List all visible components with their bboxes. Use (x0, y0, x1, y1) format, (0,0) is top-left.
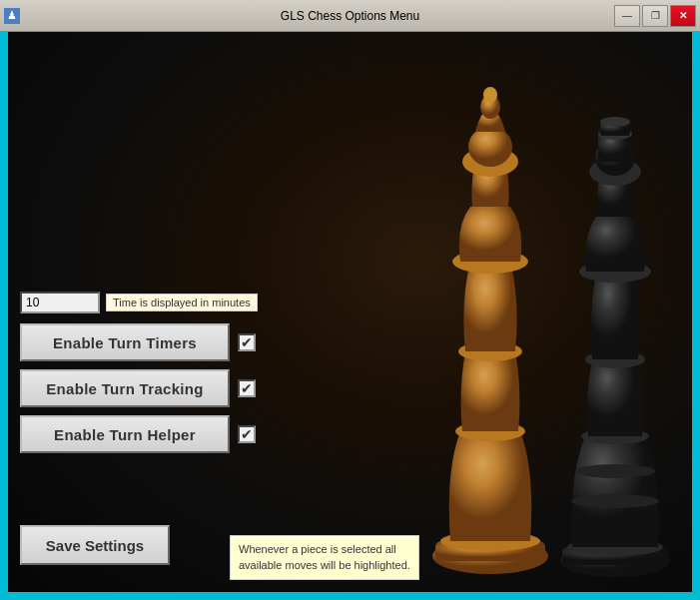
svg-point-7 (468, 127, 512, 167)
border-left (0, 32, 8, 600)
helper-checkbox[interactable]: ✔ (238, 425, 256, 443)
close-button[interactable]: ✕ (670, 5, 696, 27)
window-title: GLS Chess Options Menu (281, 9, 419, 23)
timer-row: Time is displayed in minutes (20, 292, 290, 313)
timers-checkbox[interactable]: ✔ (238, 333, 256, 351)
enable-tracking-button[interactable]: Enable Turn Tracking (20, 369, 230, 407)
timers-check-mark: ✔ (241, 335, 253, 349)
tracking-check-mark: ✔ (241, 381, 253, 395)
svg-point-13 (571, 494, 659, 508)
border-bottom (0, 592, 700, 600)
timer-hint-label: Time is displayed in minutes (106, 294, 258, 311)
minimize-button[interactable]: — (614, 5, 640, 27)
app-icon: ♟ (4, 8, 20, 24)
enable-helper-button[interactable]: Enable Turn Helper (20, 415, 230, 453)
svg-point-14 (575, 464, 655, 478)
restore-button[interactable]: ❐ (642, 5, 668, 27)
svg-point-9 (483, 87, 497, 103)
main-content: Time is displayed in minutes Enable Turn… (0, 32, 700, 600)
title-bar-left: ♟ (4, 8, 20, 24)
enable-timers-button[interactable]: Enable Turn Timers (20, 323, 230, 361)
chess-piece-dark (550, 62, 680, 581)
tracking-checkbox[interactable]: ✔ (238, 379, 256, 397)
controls-panel: Time is displayed in minutes Enable Turn… (20, 292, 290, 455)
chess-piece-light (420, 52, 560, 581)
tracking-row: Enable Turn Tracking ✔ (20, 369, 290, 407)
helper-row: Enable Turn Helper ✔ (20, 415, 290, 453)
title-bar-buttons: — ❐ ✕ (614, 5, 696, 27)
timers-row: Enable Turn Timers ✔ (20, 323, 290, 361)
helper-tooltip-text: Whenever a piece is selected all availab… (239, 543, 410, 570)
helper-tooltip: Whenever a piece is selected all availab… (230, 535, 419, 580)
save-settings-button[interactable]: Save Settings (20, 525, 170, 565)
timer-input[interactable] (20, 292, 100, 313)
title-bar: ♟ GLS Chess Options Menu — ❐ ✕ (0, 0, 700, 32)
svg-point-23 (600, 117, 630, 127)
border-right (692, 32, 700, 600)
helper-check-mark: ✔ (241, 427, 253, 441)
